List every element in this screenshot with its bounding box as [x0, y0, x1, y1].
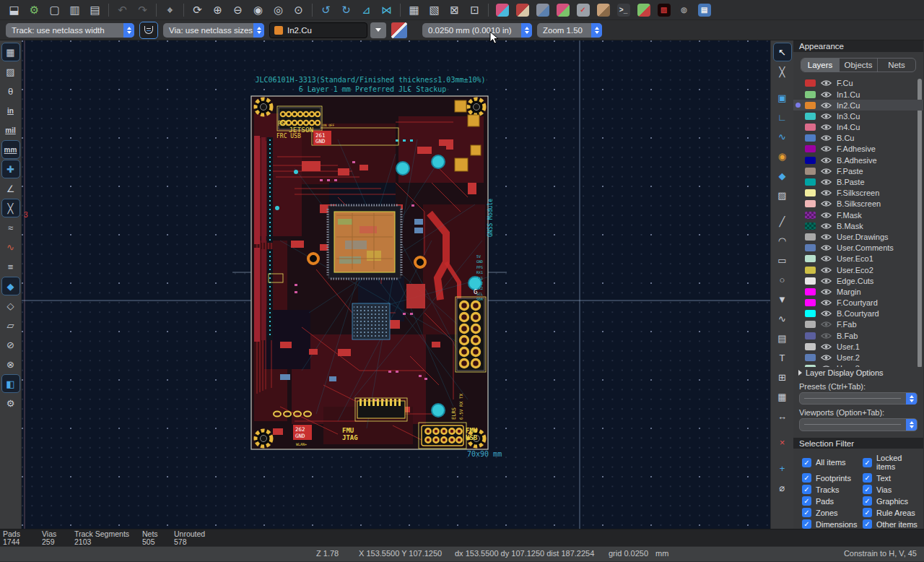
draw-polygon-button[interactable]: ▼ — [774, 290, 791, 308]
eye-hidden-icon[interactable] — [821, 321, 832, 328]
checkbox-checked-icon[interactable]: ✓ — [802, 508, 811, 517]
eye-visible-icon[interactable] — [821, 157, 832, 164]
curved-ratsnest-button[interactable]: ≈ — [2, 219, 19, 236]
layer-row-b-cu[interactable]: B.Cu — [793, 133, 923, 144]
layer-color-swatch[interactable] — [805, 124, 816, 131]
layer-color-swatch[interactable] — [805, 134, 816, 142]
zoom-to-objects-button[interactable]: ◎ — [269, 1, 288, 19]
layer-row-f-paste[interactable]: F.Paste — [793, 165, 923, 176]
grid-origin-button[interactable]: + — [774, 459, 791, 477]
layer-color-swatch[interactable] — [805, 321, 816, 328]
layer-color-swatch[interactable] — [805, 255, 816, 262]
checkbox-checked-icon[interactable]: ✓ — [802, 496, 811, 506]
active-layer-selector[interactable]: In2.Cu — [269, 22, 367, 38]
checkbox-checked-icon[interactable]: ✓ — [802, 458, 811, 467]
layer-row-b-courtyard[interactable]: B.Courtyard — [793, 308, 923, 319]
dropdown-stepper-icon[interactable] — [253, 23, 264, 38]
zoom-fit-button[interactable]: ◉ — [248, 1, 268, 19]
layer-row-in3-cu[interactable]: In3.Cu — [793, 111, 923, 121]
eye-visible-icon[interactable] — [821, 145, 832, 152]
auto-track-width-toggle[interactable] — [139, 22, 158, 39]
layer-row-f-mask[interactable]: F.Mask — [793, 209, 923, 220]
add-footprint-button[interactable]: ▣ — [774, 89, 791, 106]
add-text-button[interactable]: T — [774, 349, 791, 366]
checkbox-checked-icon[interactable]: ✓ — [863, 508, 872, 517]
eye-visible-icon[interactable] — [821, 102, 832, 109]
freerouting-plugin-button[interactable]: ▨ — [654, 1, 674, 19]
viewports-dropdown[interactable] — [799, 418, 918, 431]
layer-row-f-cu[interactable]: F.Cu — [793, 78, 923, 89]
find-button[interactable]: ⌖ — [160, 1, 180, 19]
layer-color-swatch[interactable] — [805, 267, 816, 274]
layer-pair-icon[interactable] — [391, 22, 407, 38]
checkbox-checked-icon[interactable]: ✓ — [802, 473, 811, 483]
layer-color-swatch[interactable] — [805, 79, 816, 87]
grid-size-dropdown[interactable]: 0.0250 mm (0.0010 in) — [422, 23, 532, 38]
eye-visible-icon[interactable] — [821, 255, 832, 262]
via-display-mode-button[interactable]: ⊘ — [2, 336, 19, 353]
eye-visible-icon[interactable] — [821, 310, 832, 317]
refresh-view-button[interactable]: ⟳ — [188, 1, 207, 19]
checkbox-checked-icon[interactable]: ✓ — [863, 496, 872, 506]
eye-visible-icon[interactable] — [821, 299, 832, 306]
layer-row-b-fab[interactable]: B.Fab — [793, 330, 923, 341]
eye-visible-icon[interactable] — [821, 244, 832, 251]
units-mils-button[interactable]: mil — [2, 121, 19, 139]
layer-row-f-adhesive[interactable]: F.Adhesive — [793, 144, 923, 155]
add-image-button[interactable]: ▤ — [774, 329, 791, 347]
layer-row-f-silkscreen[interactable]: F.Silkscreen — [793, 188, 923, 199]
add-textbox-button[interactable]: ⊞ — [774, 368, 791, 386]
add-rule-area-button[interactable]: ▨ — [774, 186, 791, 204]
layer-display-options[interactable]: Layer Display Options — [793, 367, 923, 378]
layer-color-swatch[interactable] — [805, 200, 816, 207]
layer-row-user-3[interactable]: User.3 — [793, 363, 923, 368]
plot-button[interactable]: ▤ — [85, 1, 105, 19]
layer-dropdown-button[interactable] — [370, 22, 386, 38]
eye-visible-icon[interactable] — [821, 189, 832, 196]
units-mm-button[interactable]: mm — [2, 141, 19, 158]
preferences-button[interactable]: ⚙ — [2, 394, 19, 412]
update-pcb-from-schematic-button[interactable] — [553, 1, 572, 19]
filter-dimensions[interactable]: ✓Dimensions — [802, 519, 863, 529]
footprint-editor-button[interactable] — [492, 1, 512, 19]
layer-row-margin[interactable]: Margin — [793, 286, 923, 297]
grid-show-button[interactable]: ▦ — [2, 43, 19, 61]
layer-color-swatch[interactable] — [805, 222, 816, 230]
grid-hide-button[interactable]: ▨ — [2, 63, 19, 80]
eye-visible-icon[interactable] — [821, 222, 832, 230]
net-color-mode-button[interactable]: ∿ — [2, 238, 19, 256]
unlock-button[interactable]: ⊡ — [465, 1, 484, 19]
add-zone-button[interactable]: ◆ — [774, 167, 791, 184]
layer-color-swatch[interactable] — [805, 168, 816, 175]
layer-row-user-2[interactable]: User.2 — [793, 352, 923, 363]
layer-color-swatch[interactable] — [805, 157, 816, 164]
layer-color-swatch[interactable] — [805, 332, 816, 340]
checkbox-checked-icon[interactable]: ✓ — [802, 485, 811, 494]
undo-button[interactable]: ↶ — [113, 1, 132, 19]
pcb-board[interactable]: RST JETSON FRC USB ON OFF 261 GND 262 GN… — [251, 96, 494, 449]
tab-objects[interactable]: Objects — [840, 59, 878, 71]
print-button[interactable]: ▥ — [65, 1, 84, 19]
layer-row-b-adhesive[interactable]: B.Adhesive — [793, 155, 923, 165]
zone-fill-mode-button[interactable]: ◆ — [2, 277, 19, 295]
filter-tracks[interactable]: ✓Tracks — [802, 485, 863, 494]
tab-nets[interactable]: Nets — [878, 59, 915, 71]
layer-color-swatch[interactable] — [805, 102, 816, 109]
zoom-dropdown[interactable]: Zoom 1.50 — [537, 23, 602, 38]
zone-fracture-mode-button[interactable]: ▱ — [2, 316, 19, 334]
rotate-ccw-button[interactable]: ↺ — [316, 1, 336, 19]
measure-tool-button[interactable]: ⌀ — [774, 479, 791, 496]
zoom-out-button[interactable]: ⊖ — [228, 1, 248, 19]
layer-row-user-eco1[interactable]: User.Eco1 — [793, 254, 923, 264]
checkbox-checked-icon[interactable]: ✓ — [863, 458, 872, 467]
layer-color-swatch[interactable] — [805, 277, 816, 285]
draw-bezier-button[interactable]: ∿ — [774, 310, 791, 327]
route-tracks-button[interactable]: ∟ — [774, 108, 791, 126]
layer-row-user-1[interactable]: User.1 — [793, 341, 923, 352]
crosshair-style-button[interactable]: ✚ — [2, 160, 19, 178]
tune-length-button[interactable]: ∿ — [774, 128, 791, 145]
zoom-in-button[interactable]: ⊕ — [208, 1, 227, 19]
layer-color-swatch[interactable] — [805, 145, 816, 152]
layer-row-in4-cu[interactable]: In4.Cu — [793, 122, 923, 133]
design-rules-checker-button[interactable]: ✓ — [573, 1, 593, 19]
